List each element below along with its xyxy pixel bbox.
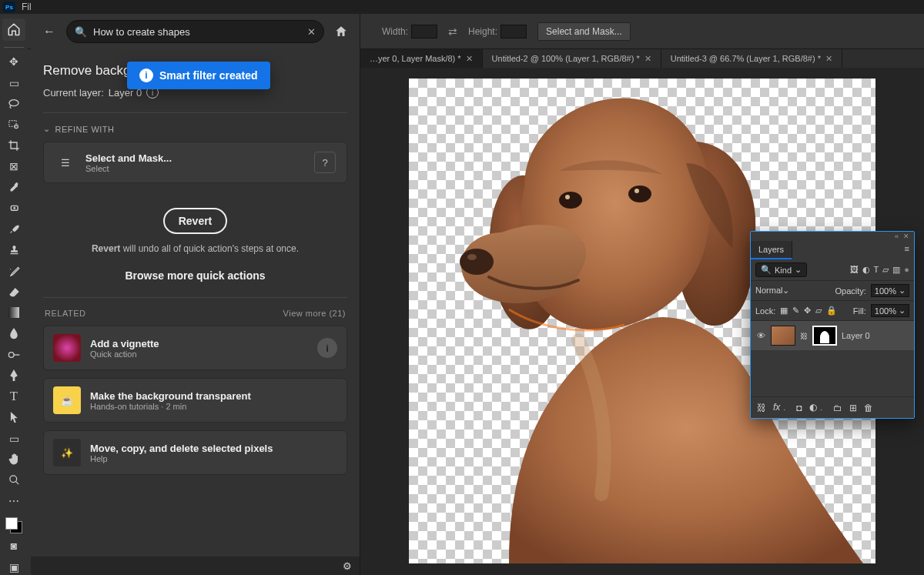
collapse-icon[interactable]: « (895, 232, 899, 240)
filter-kind-select[interactable]: 🔍 Kind ⌄ (755, 262, 807, 277)
crop-tool-icon[interactable] (5, 138, 23, 154)
info-icon[interactable]: i (317, 338, 337, 358)
layer-name[interactable]: Layer 0 (842, 331, 870, 340)
opacity-input[interactable]: 100%⌄ (871, 284, 909, 297)
move-tool-icon[interactable]: ✥ (5, 54, 23, 70)
eyedropper-tool-icon[interactable] (5, 179, 23, 196)
layers-panel[interactable]: «✕ Layers≡ 🔍 Kind ⌄ 🖼 ◐ T ▱ ▥ ● Normal⌄ … (750, 231, 915, 419)
pen-tool-icon[interactable] (5, 367, 23, 383)
add-mask-icon[interactable]: ◘ (796, 403, 802, 413)
lock-all-icon[interactable]: 🔒 (826, 306, 837, 316)
layer-thumbnail[interactable] (771, 326, 795, 346)
search-input[interactable] (93, 26, 301, 38)
adjustment-icon[interactable]: ◐﹒ (809, 401, 826, 414)
home-icon[interactable] (330, 21, 352, 42)
filter-pixel-icon[interactable]: 🖼 (850, 265, 859, 275)
gradient-tool-icon[interactable] (5, 305, 23, 321)
height-input[interactable] (500, 25, 527, 38)
lock-transparent-icon[interactable]: ▦ (780, 306, 788, 316)
quick-mask-icon[interactable]: ◙ (5, 538, 23, 554)
search-icon: 🔍 (75, 26, 87, 38)
chevron-down-icon[interactable]: ⌄ (43, 124, 51, 134)
history-brush-tool-icon[interactable] (5, 263, 23, 279)
document-tab[interactable]: Untitled-2 @ 100% (Layer 1, RGB/8#) *✕ (483, 49, 661, 68)
frame-tool-icon[interactable]: ⊠ (5, 159, 23, 175)
lock-position-icon[interactable]: ✥ (804, 306, 811, 316)
view-more-link[interactable]: View more (21) (283, 309, 346, 318)
stamp-tool-icon[interactable] (5, 242, 23, 258)
info-icon: i (139, 69, 153, 82)
related-item[interactable]: Add a vignetteQuick action i (43, 326, 347, 370)
layer-row[interactable]: 👁 ⛓ Layer 0 (751, 321, 914, 350)
group-icon[interactable]: 🗀 (833, 403, 842, 413)
link-layers-icon[interactable]: ⛓ (757, 403, 766, 413)
close-icon[interactable]: ✕ (825, 54, 832, 64)
select-and-mask-button[interactable]: Select and Mask... (537, 22, 631, 41)
refine-card[interactable]: ☰ Select and Mask... Select ? (43, 142, 347, 183)
svg-point-11 (565, 195, 570, 199)
swap-dimensions-icon[interactable]: ⇄ (448, 25, 457, 38)
zoom-tool-icon[interactable] (5, 472, 23, 488)
color-swatches[interactable] (5, 517, 22, 533)
shape-tool-icon[interactable]: ▭ (5, 430, 23, 446)
clear-icon[interactable]: ✕ (307, 26, 316, 38)
blur-tool-icon[interactable] (5, 326, 23, 342)
eraser-tool-icon[interactable] (5, 284, 23, 300)
tool-strip: ✥ ▭ ⊠ T ▭ ⋯ ◙ ▣ (0, 14, 28, 575)
related-title: Add a vignette (90, 338, 159, 349)
dodge-tool-icon[interactable] (5, 346, 23, 363)
browse-more-link[interactable]: Browse more quick actions (43, 269, 347, 282)
menu-item[interactable]: Fil (22, 2, 32, 12)
filter-smart-icon[interactable]: ▥ (892, 265, 900, 275)
refine-header: REFINE WITH (55, 125, 115, 134)
more-tools-icon[interactable]: ⋯ (5, 493, 23, 509)
link-icon[interactable]: ⛓ (800, 332, 808, 340)
path-select-tool-icon[interactable] (5, 410, 23, 426)
related-item[interactable]: ✨ Move, copy, and delete selected pixels… (43, 430, 347, 475)
related-title: Make the background transparent (90, 390, 251, 402)
height-label: Height: (468, 26, 497, 37)
filter-toggle-icon[interactable]: ● (904, 265, 909, 275)
svg-rect-4 (8, 307, 19, 318)
type-tool-icon[interactable]: T (5, 389, 23, 405)
svg-point-10 (628, 186, 651, 202)
panel-menu-icon[interactable]: ≡ (900, 241, 914, 256)
document-tab[interactable]: Untitled-3 @ 66.7% (Layer 1, RGB/8#) *✕ (661, 49, 842, 68)
hand-tool-icon[interactable] (5, 451, 23, 467)
lasso-tool-icon[interactable] (5, 95, 23, 112)
filter-type-icon[interactable]: T (874, 265, 879, 275)
mask-thumbnail[interactable] (812, 326, 837, 346)
revert-button[interactable]: Revert (163, 208, 228, 234)
screen-mode-icon[interactable]: ▣ (5, 559, 23, 575)
document-tab[interactable]: …yer 0, Layer Mask/8) *✕ (360, 49, 483, 68)
fx-icon[interactable]: fx﹒ (773, 401, 789, 414)
back-button[interactable]: ← (38, 21, 60, 42)
visibility-icon[interactable]: 👁 (755, 331, 766, 340)
width-input[interactable] (411, 25, 437, 38)
filter-shape-icon[interactable]: ▱ (882, 265, 889, 275)
related-item[interactable]: ☕ Make the background transparentHands-o… (43, 378, 347, 423)
healing-brush-tool-icon[interactable] (5, 200, 23, 216)
svg-point-8 (467, 254, 477, 260)
menubar: Ps Fil (0, 0, 924, 14)
lock-paint-icon[interactable]: ✎ (792, 306, 799, 316)
delete-icon[interactable]: 🗑 (864, 403, 873, 413)
new-layer-icon[interactable]: ⊞ (849, 403, 857, 413)
gear-icon[interactable]: ⚙ (343, 560, 352, 572)
lock-artboard-icon[interactable]: ▱ (815, 306, 822, 316)
svg-point-0 (9, 99, 18, 105)
close-icon[interactable]: ✕ (644, 54, 651, 64)
help-icon[interactable]: ? (314, 152, 336, 173)
close-icon[interactable]: ✕ (903, 232, 909, 240)
photoshop-logo-icon: Ps (3, 2, 15, 12)
quick-select-tool-icon[interactable] (5, 116, 23, 132)
close-icon[interactable]: ✕ (466, 54, 473, 64)
layers-tab[interactable]: Layers (751, 241, 792, 259)
filter-adjust-icon[interactable]: ◐ (862, 265, 870, 275)
fill-input[interactable]: 100%⌄ (871, 304, 909, 317)
home-button[interactable] (2, 18, 25, 41)
marquee-tool-icon[interactable]: ▭ (5, 75, 23, 91)
blend-mode-select[interactable]: Normal⌄ (755, 286, 831, 296)
brush-tool-icon[interactable] (5, 221, 23, 237)
search-field[interactable]: 🔍 ✕ (66, 20, 324, 43)
